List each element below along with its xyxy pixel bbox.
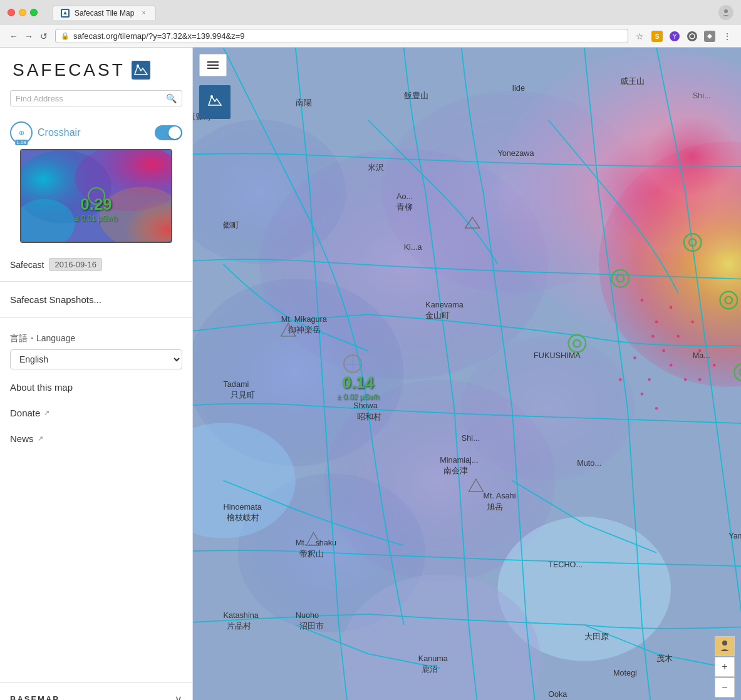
person-button[interactable] bbox=[715, 636, 735, 656]
traffic-light-green[interactable] bbox=[30, 9, 38, 16]
map-reading-value: 0.14 bbox=[337, 373, 380, 393]
logo-area: SAFECAST bbox=[0, 48, 192, 90]
language-select[interactable]: English 日本語 Français Deutsch Español bbox=[10, 349, 182, 369]
search-input-wrap: 🔍 bbox=[10, 90, 182, 106]
preview-reading: 0.29 bbox=[75, 195, 118, 214]
nav-reload-button[interactable]: ↺ bbox=[38, 30, 50, 43]
svg-point-42 bbox=[641, 393, 644, 396]
nav-back-button[interactable]: ← bbox=[8, 30, 20, 43]
extension-icon-1[interactable]: S bbox=[651, 30, 663, 43]
crosshair-icon: ⊕ 1.08 bbox=[10, 121, 33, 144]
svg-point-30 bbox=[641, 299, 644, 302]
tab-favicon bbox=[61, 9, 70, 18]
traffic-light-red[interactable] bbox=[8, 9, 15, 16]
svg-point-46 bbox=[713, 364, 716, 367]
traffic-light-yellow[interactable] bbox=[19, 9, 26, 16]
snapshots-link[interactable]: Safecast Snapshots... bbox=[0, 287, 192, 312]
svg-text:Kanevama: Kanevama bbox=[425, 301, 464, 309]
svg-text:南会津: 南会津 bbox=[443, 466, 468, 475]
search-input[interactable] bbox=[16, 94, 162, 103]
map-menu-button[interactable] bbox=[199, 54, 227, 76]
logo-text: SAFECAST bbox=[13, 60, 125, 80]
svg-text:FUKUSHIMA: FUKUSHIMA bbox=[534, 351, 581, 360]
svg-text:青柳: 青柳 bbox=[396, 203, 413, 212]
svg-text:片品村: 片品村 bbox=[227, 622, 251, 631]
map-crosshair bbox=[343, 354, 362, 373]
svg-text:Minamiaj...: Minamiaj... bbox=[440, 456, 478, 465]
donate-link[interactable]: Donate ↗ bbox=[0, 400, 192, 426]
tab-close-button[interactable]: × bbox=[139, 9, 148, 18]
svg-text:Shi...: Shi... bbox=[462, 434, 480, 443]
svg-text:米沢: 米沢 bbox=[368, 163, 384, 172]
svg-text:昭和村: 昭和村 bbox=[357, 413, 381, 421]
zoom-out-button[interactable]: − bbox=[715, 677, 735, 697]
svg-point-40 bbox=[670, 364, 673, 367]
svg-point-1 bbox=[724, 9, 728, 13]
address-text: safecast.org/tilemap/?y=37.32&x=139.994&… bbox=[73, 31, 623, 41]
svg-text:南陽: 南陽 bbox=[296, 98, 312, 107]
about-link[interactable]: About this map bbox=[0, 374, 192, 400]
svg-text:Tadami: Tadami bbox=[224, 380, 249, 389]
sidebar: SAFECAST 🔍 ⊕ 1.08 bbox=[0, 48, 193, 700]
svg-text:只見町: 只見町 bbox=[231, 391, 255, 399]
svg-point-34 bbox=[662, 349, 665, 353]
svg-text:Yonezawa: Yonezawa bbox=[497, 149, 534, 158]
svg-text:Hinoemata: Hinoemata bbox=[224, 503, 262, 512]
address-bar[interactable]: 🔒 safecast.org/tilemap/?y=37.32&x=139.99… bbox=[55, 29, 628, 43]
svg-point-36 bbox=[691, 321, 694, 324]
crosshair-label: Crosshair bbox=[38, 127, 150, 138]
extension-icon-2[interactable]: Y bbox=[668, 30, 681, 43]
more-options-button[interactable]: ⋮ bbox=[721, 30, 733, 43]
svg-point-44 bbox=[619, 378, 622, 381]
news-link[interactable]: News ↗ bbox=[0, 426, 192, 451]
nav-forward-button[interactable]: → bbox=[23, 30, 35, 43]
donate-ext-icon: ↗ bbox=[44, 409, 49, 417]
svg-point-39 bbox=[648, 378, 651, 381]
svg-point-10 bbox=[137, 64, 139, 67]
svg-text:Motegi: Motegi bbox=[613, 669, 637, 677]
extension-icon-3[interactable] bbox=[686, 30, 698, 43]
svg-point-107 bbox=[722, 641, 727, 646]
toggle-knob bbox=[168, 126, 181, 139]
language-section: 言語・Language English 日本語 Français Deutsch… bbox=[0, 323, 192, 374]
svg-text:郷町: 郷町 bbox=[224, 221, 240, 230]
map-reading-unit: ± 0.02 µSv/h bbox=[337, 393, 380, 401]
svg-text:Mt. Asahi: Mt. Asahi bbox=[483, 492, 516, 500]
svg-text:TECHO...: TECHO... bbox=[548, 560, 583, 569]
map-controls: + − bbox=[715, 636, 735, 697]
basemap-header[interactable]: BASEMAP ∨ bbox=[0, 682, 192, 700]
svg-text:飯豊山: 飯豊山 bbox=[404, 91, 428, 100]
svg-text:Shi...: Shi... bbox=[693, 91, 711, 100]
svg-point-45 bbox=[698, 378, 702, 381]
search-area: 🔍 bbox=[0, 90, 192, 116]
svg-point-33 bbox=[651, 335, 655, 338]
profile-icon bbox=[718, 5, 733, 20]
extension-icon-4[interactable] bbox=[703, 30, 716, 43]
svg-text:Katashina: Katashina bbox=[224, 611, 259, 620]
svg-text:Ooka: Ooka bbox=[548, 690, 567, 699]
svg-point-41 bbox=[684, 378, 687, 381]
svg-text:檜枝岐村: 檜枝岐村 bbox=[227, 513, 259, 522]
preview-wrap: 0.29 ± 0.01 µSv/h bbox=[20, 149, 172, 243]
browser-chrome: Safecast Tile Map × ← → ↺ 🔒 safecast.org… bbox=[0, 0, 741, 48]
svg-text:Yamatsu...: Yamatsu... bbox=[728, 532, 741, 540]
map-canvas: 飯豊町 南陽 飯豊山 Iide 威王山 Shi... 米沢 Yonezawa 郷… bbox=[193, 48, 741, 700]
svg-text:Ma...: Ma... bbox=[693, 351, 710, 360]
svg-text:御神楽岳: 御神楽岳 bbox=[288, 326, 321, 334]
svg-text:威王山: 威王山 bbox=[620, 77, 645, 86]
crosshair-toggle[interactable] bbox=[155, 125, 182, 140]
map-area[interactable]: 飯豊町 南陽 飯豊山 Iide 威王山 Shi... 米沢 Yonezawa 郷… bbox=[193, 48, 741, 700]
svg-text:茂木: 茂木 bbox=[656, 654, 673, 663]
active-tab[interactable]: Safecast Tile Map × bbox=[53, 6, 156, 20]
search-button[interactable]: 🔍 bbox=[166, 93, 177, 103]
zoom-in-button[interactable]: + bbox=[715, 657, 735, 677]
svg-text:Mt. Mikagura: Mt. Mikagura bbox=[281, 315, 328, 324]
preview-value-display: 0.29 ± 0.01 µSv/h bbox=[75, 195, 118, 223]
svg-text:Ki...a: Ki...a bbox=[404, 243, 423, 252]
svg-text:大田原: 大田原 bbox=[584, 632, 609, 641]
crosshair-value-badge: 1.08 bbox=[15, 140, 28, 145]
preview-caret bbox=[91, 149, 101, 150]
svg-point-37 bbox=[633, 356, 636, 359]
date-badge: 2016-09-16 bbox=[49, 258, 102, 271]
bookmark-button[interactable]: ☆ bbox=[633, 30, 646, 43]
